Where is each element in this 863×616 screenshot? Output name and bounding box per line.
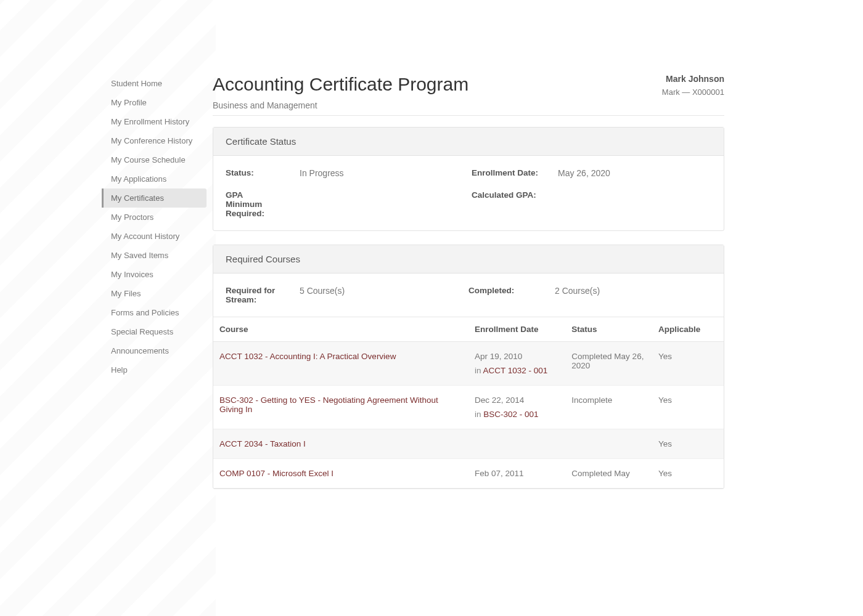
calc-gpa-label: Calculated GPA: [472, 190, 539, 218]
table-row: ACCT 1032 - Accounting I: A Practical Ov… [213, 342, 724, 386]
course-link[interactable]: ACCT 1032 - Accounting I: A Practical Ov… [219, 352, 396, 361]
required-value: 5 Course(s) [300, 286, 456, 304]
sidebar-item[interactable]: My Course Schedule [111, 150, 207, 169]
sidebar-item[interactable]: Special Requests [111, 322, 207, 341]
col-status: Status [565, 317, 652, 342]
status-value: In Progress [300, 168, 453, 178]
sidebar-item[interactable]: My Invoices [111, 265, 207, 284]
status-cell [565, 429, 652, 459]
enroll-date-value: May 26, 2020 [558, 168, 711, 178]
required-courses-panel: Required Courses Required for Stream: 5 … [213, 245, 724, 489]
sidebar-item[interactable]: Help [111, 360, 207, 379]
page-title: Accounting Certificate Program [213, 74, 468, 95]
enroll-cell: Feb 07, 2011 [468, 459, 565, 488]
sidebar-item[interactable]: Announcements [111, 341, 207, 360]
course-link[interactable]: ACCT 2034 - Taxation I [219, 439, 306, 448]
sidebar-item[interactable]: Forms and Policies [111, 303, 207, 322]
sidebar-nav: Student HomeMy ProfileMy Enrollment Hist… [99, 74, 207, 503]
user-name: Mark Johnson [662, 74, 724, 84]
section-link[interactable]: ACCT 1032 - 001 [483, 366, 548, 375]
enroll-date-label: Enrollment Date: [472, 168, 539, 178]
completed-label: Completed: [468, 286, 542, 304]
required-label: Required for Stream: [226, 286, 287, 304]
status-cell: Incomplete [565, 386, 652, 429]
table-row: BSC-302 - Getting to YES - Negotiating A… [213, 386, 724, 429]
sidebar-item[interactable]: My Conference History [111, 131, 207, 150]
completed-value: 2 Course(s) [555, 286, 711, 304]
course-link[interactable]: COMP 0107 - Microsoft Excel I [219, 469, 333, 478]
status-label: Status: [226, 168, 281, 178]
enroll-cell [468, 429, 565, 459]
applicable-cell: Yes [652, 459, 724, 488]
applicable-cell: Yes [652, 342, 724, 386]
applicable-cell: Yes [652, 386, 724, 429]
table-row: COMP 0107 - Microsoft Excel IFeb 07, 201… [213, 459, 724, 488]
sidebar-item[interactable]: My Applications [111, 169, 207, 188]
sidebar-item[interactable]: My Proctors [111, 208, 207, 227]
sidebar-item[interactable]: Student Home [111, 74, 207, 93]
course-link[interactable]: BSC-302 - Getting to YES - Negotiating A… [219, 395, 438, 414]
sidebar-item[interactable]: My Profile [111, 93, 207, 112]
applicable-cell: Yes [652, 429, 724, 459]
enroll-cell: Dec 22, 2014in BSC-302 - 001 [468, 386, 565, 429]
gpa-min-value [300, 190, 453, 218]
panel-header: Certificate Status [213, 128, 724, 156]
col-course: Course [213, 317, 468, 342]
sidebar-item[interactable]: My Enrollment History [111, 112, 207, 131]
section-link[interactable]: BSC-302 - 001 [483, 410, 538, 419]
status-cell: Completed May 26, 2020 [565, 342, 652, 386]
certificate-status-panel: Certificate Status Status: In Progress E… [213, 127, 724, 231]
gpa-min-label: GPA Minimum Required: [226, 190, 281, 218]
enroll-cell: Apr 19, 2010in ACCT 1032 - 001 [468, 342, 565, 386]
page-subtitle: Business and Management [213, 100, 724, 116]
user-block: Mark Johnson Mark — X000001 [662, 74, 724, 97]
user-id: Mark — X000001 [662, 87, 724, 97]
sidebar-item[interactable]: My Certificates [102, 188, 207, 208]
table-row: ACCT 2034 - Taxation IYes [213, 429, 724, 459]
status-cell: Completed May [565, 459, 652, 488]
col-enroll: Enrollment Date [468, 317, 565, 342]
table-header-row: Course Enrollment Date Status Applicable [213, 317, 724, 342]
sidebar-item[interactable]: My Saved Items [111, 246, 207, 265]
calc-gpa-value [558, 190, 711, 218]
panel-header: Required Courses [213, 245, 724, 274]
main-content: Accounting Certificate Program Mark John… [207, 74, 761, 503]
courses-table: Course Enrollment Date Status Applicable… [213, 317, 724, 488]
sidebar-item[interactable]: My Files [111, 284, 207, 303]
sidebar-item[interactable]: My Account History [111, 227, 207, 246]
col-applicable: Applicable [652, 317, 724, 342]
